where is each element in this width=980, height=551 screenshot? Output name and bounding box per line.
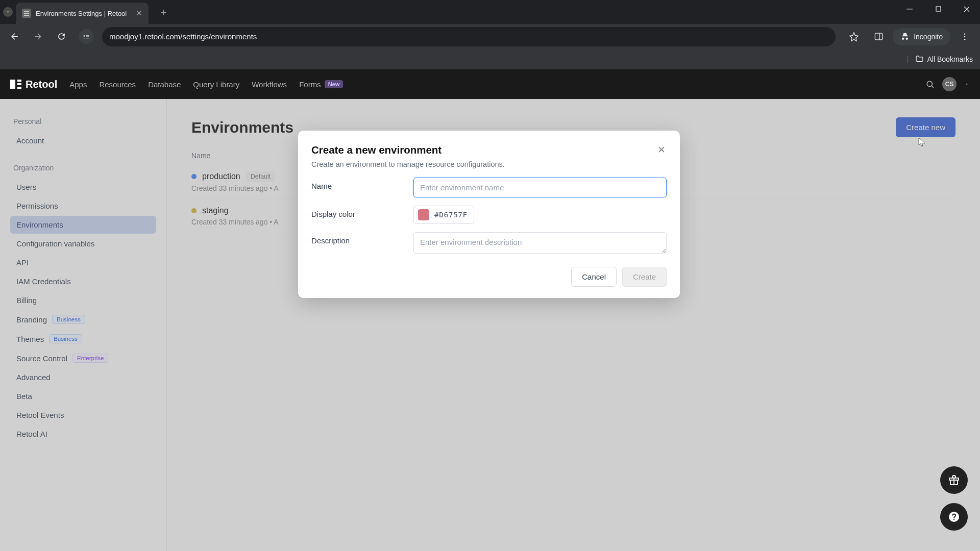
back-button[interactable] bbox=[5, 28, 23, 46]
url-input[interactable] bbox=[102, 27, 836, 46]
svg-point-4 bbox=[964, 33, 966, 35]
forward-button[interactable] bbox=[29, 28, 47, 46]
user-menu-chevron[interactable] bbox=[964, 81, 970, 87]
name-field-label: Name bbox=[311, 178, 413, 190]
description-field-label: Description bbox=[311, 232, 413, 245]
reload-button[interactable] bbox=[52, 28, 70, 46]
environment-description-input[interactable] bbox=[413, 232, 667, 254]
create-environment-modal: Create a new environment ✕ Create an env… bbox=[298, 131, 680, 298]
gift-icon bbox=[948, 474, 960, 486]
svg-line-8 bbox=[932, 86, 934, 88]
search-button[interactable] bbox=[925, 80, 935, 89]
nav-workflows[interactable]: Workflows bbox=[252, 80, 287, 89]
incognito-icon bbox=[900, 32, 910, 41]
display-color-label: Display color bbox=[311, 206, 413, 218]
bookmarks-bar: | All Bookmarks bbox=[0, 49, 980, 69]
gift-fab[interactable] bbox=[940, 466, 968, 494]
site-info-button[interactable] bbox=[79, 29, 94, 44]
modal-subtitle: Create an environment to manage resource… bbox=[311, 160, 667, 168]
nav-apps[interactable]: Apps bbox=[69, 80, 87, 89]
browser-tab[interactable]: Environments Settings | Retool ✕ bbox=[16, 3, 149, 24]
modal-title: Create a new environment bbox=[311, 144, 442, 156]
display-color-picker[interactable]: #D6757F bbox=[413, 206, 474, 224]
color-hex-value: #D6757F bbox=[434, 211, 468, 219]
new-badge: New bbox=[325, 80, 344, 88]
help-icon bbox=[948, 511, 960, 523]
tab-favicon bbox=[22, 9, 31, 18]
browser-menu-button[interactable] bbox=[954, 27, 975, 47]
incognito-label: Incognito bbox=[914, 33, 943, 41]
svg-rect-2 bbox=[875, 33, 882, 40]
nav-query-library[interactable]: Query Library bbox=[193, 80, 239, 89]
chevron-down-icon bbox=[5, 9, 11, 15]
color-swatch bbox=[418, 209, 429, 220]
incognito-indicator[interactable]: Incognito bbox=[893, 28, 950, 45]
svg-rect-1 bbox=[936, 7, 941, 11]
tab-search-button[interactable] bbox=[3, 7, 13, 17]
app-header: Retool Apps Resources Database Query Lib… bbox=[0, 69, 980, 99]
svg-rect-0 bbox=[906, 9, 913, 9]
retool-logo-icon bbox=[10, 79, 21, 90]
tab-title: Environments Settings | Retool bbox=[36, 10, 131, 17]
search-icon bbox=[925, 80, 935, 89]
environment-name-input[interactable] bbox=[413, 178, 667, 197]
new-tab-button[interactable]: ＋ bbox=[155, 3, 173, 21]
nav-database[interactable]: Database bbox=[148, 80, 181, 89]
bookmark-star-button[interactable] bbox=[844, 27, 864, 47]
address-bar: Incognito bbox=[0, 24, 980, 49]
svg-point-7 bbox=[927, 81, 932, 86]
close-tab-button[interactable]: ✕ bbox=[136, 9, 142, 18]
help-fab[interactable] bbox=[940, 503, 968, 531]
side-panel-button[interactable] bbox=[868, 27, 889, 47]
create-button[interactable]: Create bbox=[622, 267, 667, 287]
mouse-cursor bbox=[918, 138, 926, 148]
cancel-button[interactable]: Cancel bbox=[571, 267, 617, 287]
all-bookmarks-button[interactable]: All Bookmarks bbox=[915, 55, 973, 63]
svg-point-6 bbox=[964, 38, 966, 40]
close-window-button[interactable] bbox=[953, 0, 980, 18]
nav-forms[interactable]: Forms New bbox=[299, 80, 343, 89]
brand-logo[interactable]: Retool bbox=[10, 79, 57, 90]
user-avatar[interactable]: CS bbox=[942, 77, 957, 91]
modal-close-button[interactable]: ✕ bbox=[656, 144, 667, 156]
chevron-down-icon bbox=[964, 81, 970, 87]
browser-tab-strip: Environments Settings | Retool ✕ ＋ bbox=[0, 0, 980, 24]
nav-resources[interactable]: Resources bbox=[99, 80, 136, 89]
folder-icon bbox=[915, 55, 924, 63]
maximize-button[interactable] bbox=[925, 0, 951, 18]
svg-point-5 bbox=[964, 36, 966, 37]
minimize-button[interactable] bbox=[896, 0, 923, 18]
